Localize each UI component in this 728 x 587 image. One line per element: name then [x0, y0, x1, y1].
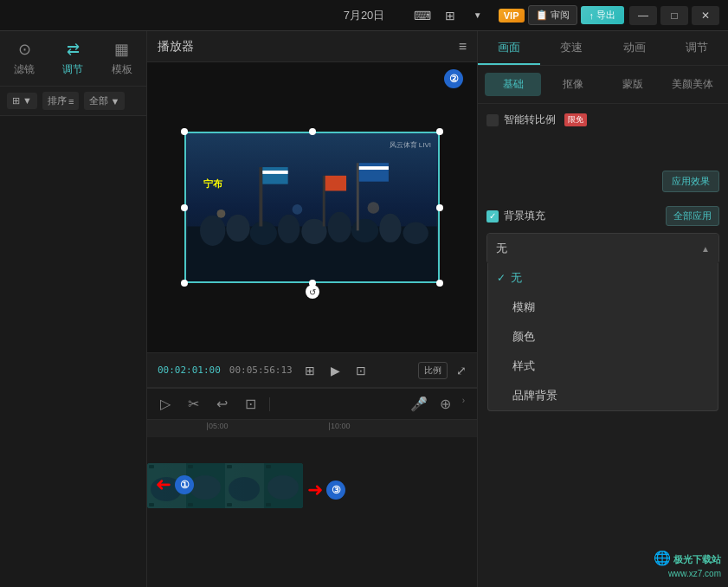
- handle-top-left[interactable]: [181, 128, 188, 135]
- svg-point-21: [368, 202, 380, 214]
- rotate-handle[interactable]: ↺: [306, 285, 319, 299]
- dropdown-selected-value[interactable]: 无 ▲: [487, 234, 718, 263]
- apply-effect-row: 应用效果: [486, 171, 719, 192]
- handle-right-mid[interactable]: [436, 204, 443, 211]
- check-icon: ✓: [497, 272, 506, 284]
- sidebar-controls: ⊞ ▼ 排序 ≡ 全部 ▼: [0, 87, 146, 116]
- timeline-right-buttons: 🎤 ⊕ ›: [406, 394, 468, 414]
- right-tab-adjust[interactable]: 调节: [666, 31, 728, 65]
- all-filter-button[interactable]: 全部 ▼: [84, 92, 125, 110]
- free-badge: 限免: [564, 113, 587, 126]
- review-button[interactable]: 📋 审阅: [528, 5, 577, 25]
- export-button[interactable]: ↑ 导出: [581, 6, 625, 24]
- annotation-1: ➜ ①: [156, 474, 194, 496]
- undo-tool-button[interactable]: ↩: [212, 394, 232, 414]
- svg-rect-32: [188, 503, 193, 506]
- svg-point-9: [379, 214, 401, 242]
- smart-ratio-checkbox[interactable]: [486, 114, 499, 126]
- subtab-cutout[interactable]: 抠像: [544, 73, 601, 96]
- subtab-basic[interactable]: 基础: [485, 73, 541, 96]
- minimize-button[interactable]: —: [629, 6, 657, 25]
- dropdown-icon[interactable]: ▼: [466, 6, 490, 25]
- svg-point-38: [267, 475, 299, 500]
- right-tabs: 画面 变速 动画 调节: [478, 31, 728, 66]
- dropdown-item-brand[interactable]: 品牌背景: [488, 381, 718, 410]
- dropdown-item-color[interactable]: 颜色: [488, 322, 718, 352]
- sidebar-content: [0, 116, 146, 587]
- title-bar: 7月20日 ⌨ ⊞ ▼ VIP 📋 审阅 ↑ 导出 — □ ✕: [0, 0, 728, 31]
- subtab-mask[interactable]: 蒙版: [605, 73, 661, 96]
- dropdown-item-none[interactable]: ✓ 无: [488, 263, 718, 293]
- dropdown-item-style[interactable]: 样式: [488, 352, 718, 381]
- handle-left-mid[interactable]: [181, 204, 188, 211]
- bg-fill-section: ✓ 背景填充 全部应用 无 ▲ ✓ 无: [486, 206, 719, 264]
- timeline-right-edge: ›: [459, 394, 468, 414]
- dropdown-arrow-icon: ▲: [701, 244, 710, 254]
- sort-button[interactable]: 排序 ≡: [42, 92, 79, 110]
- play-tool-button[interactable]: ▷: [156, 394, 175, 414]
- timeline-content: |05:00 |10:00 ➜ ①: [147, 420, 477, 587]
- annotation-badge-2: ②: [444, 69, 463, 88]
- svg-point-20: [293, 204, 303, 215]
- svg-rect-30: [266, 465, 271, 468]
- grid-view-button[interactable]: ⊞: [301, 362, 319, 379]
- spacer: [486, 136, 719, 171]
- handle-bottom-left[interactable]: [181, 280, 188, 287]
- right-tab-screen[interactable]: 画面: [478, 31, 540, 65]
- keyboard-icon[interactable]: ⌨: [410, 6, 435, 25]
- fill-apply-all-button[interactable]: 全部应用: [666, 206, 719, 226]
- svg-rect-33: [227, 503, 232, 506]
- timeline-mic-button[interactable]: 🎤: [406, 394, 432, 414]
- preview-controls: 00:02:01:00 00:05:56:13 ⊞ ▶ ⊡ 比例 ⤢: [147, 352, 477, 387]
- video-container[interactable]: 风云体育 LIVI 宁布 ↺: [184, 132, 440, 283]
- main-layout: ⊙ 滤镜 ⇄ 调节 ▦ 模板 ⊞ ▼ 排序 ≡ 全部 ▼: [0, 31, 728, 587]
- handle-bottom-right[interactable]: [436, 280, 443, 287]
- svg-rect-18: [359, 166, 389, 170]
- dropdown-item-blur[interactable]: 模糊: [488, 293, 718, 322]
- sidebar-tab-template[interactable]: ▦ 模板: [98, 31, 146, 86]
- play-button[interactable]: ▶: [327, 362, 344, 379]
- fullscreen-button[interactable]: ⤢: [456, 364, 467, 377]
- preview-menu-button[interactable]: ≡: [459, 39, 467, 55]
- adjust-icon: ⇄: [67, 40, 80, 59]
- apply-effect-button[interactable]: 应用效果: [662, 171, 719, 192]
- video-content: 风云体育 LIVI 宁布: [186, 133, 438, 281]
- svg-rect-14: [323, 176, 325, 227]
- watermark: 🌐 极光下载站 www.xz7.com: [654, 549, 721, 580]
- svg-rect-28: [188, 465, 193, 468]
- screenshot-button[interactable]: ⊡: [352, 362, 370, 379]
- grid-toggle[interactable]: ⊞ ▼: [7, 93, 37, 109]
- right-content: 智能转比例 限免 应用效果 ✓ 背景填充 全部应用 无: [478, 104, 728, 587]
- svg-point-5: [278, 215, 300, 243]
- subtab-beauty[interactable]: 美颜美体: [665, 73, 721, 96]
- review-icon: 📋: [536, 10, 548, 21]
- vip-badge[interactable]: VIP: [499, 9, 525, 23]
- right-tab-speed[interactable]: 变速: [540, 31, 602, 65]
- crop-tool-button[interactable]: ⊡: [241, 394, 261, 414]
- svg-point-2: [200, 216, 225, 246]
- maximize-button[interactable]: □: [660, 6, 688, 25]
- sidebar-tab-adjust[interactable]: ⇄ 调节: [48, 31, 97, 86]
- fill-header: ✓ 背景填充 全部应用: [486, 206, 719, 226]
- timeline-zoom-button[interactable]: ⊕: [435, 394, 455, 414]
- close-button[interactable]: ✕: [692, 6, 719, 25]
- layout-icon[interactable]: ⊞: [438, 6, 462, 25]
- bg-fill-checkbox[interactable]: ✓: [486, 210, 499, 223]
- handle-top-right[interactable]: [436, 128, 443, 135]
- timeline-ruler: |05:00 |10:00: [147, 420, 477, 437]
- svg-point-10: [403, 223, 428, 244]
- sidebar-tab-filter[interactable]: ⊙ 滤镜: [0, 31, 48, 86]
- ratio-button[interactable]: 比例: [418, 362, 448, 379]
- bg-fill-dropdown[interactable]: 无 ▲ ✓ 无 模糊 颜色: [486, 233, 719, 264]
- cut-tool-button[interactable]: ✂: [184, 394, 203, 414]
- svg-rect-34: [266, 503, 271, 506]
- svg-point-4: [250, 222, 277, 245]
- svg-point-3: [226, 215, 249, 242]
- svg-rect-29: [227, 465, 232, 468]
- video-overlay-text: 风云体育 LIVI: [390, 140, 431, 150]
- right-tab-animation[interactable]: 动画: [603, 31, 666, 65]
- handle-top-mid[interactable]: [309, 128, 316, 135]
- title-date: 7月20日: [344, 8, 385, 23]
- svg-rect-15: [325, 176, 346, 191]
- smart-ratio-label: 智能转比例: [504, 113, 556, 127]
